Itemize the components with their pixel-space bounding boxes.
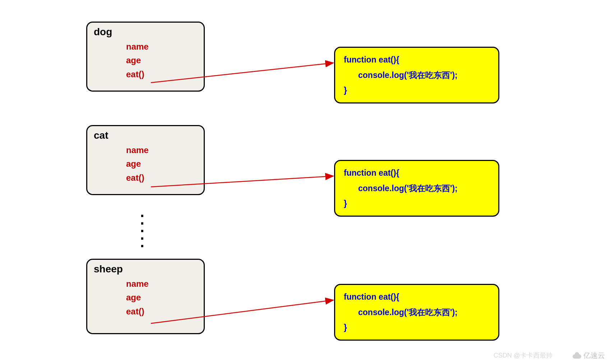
code-line: function eat(){ (344, 52, 490, 68)
object-box-cat: cat name age eat() (86, 125, 205, 195)
object-title: cat (94, 130, 197, 141)
object-props: name age eat() (94, 143, 197, 185)
code-line: console.log('我在吃东西'); (344, 68, 490, 83)
function-box-2: function eat(){ console.log('我在吃东西'); } (334, 160, 499, 217)
prop-age: age (126, 291, 197, 304)
code-line: console.log('我在吃东西'); (344, 305, 490, 320)
function-box-1: function eat(){ console.log('我在吃东西'); } (334, 47, 499, 103)
watermark-yisu-text: 亿速云 (583, 351, 605, 360)
ellipsis-icon: ····· (140, 212, 144, 250)
code-line: function eat(){ (344, 289, 490, 305)
prop-eat: eat() (126, 305, 197, 318)
prop-eat: eat() (126, 68, 197, 81)
object-props: name age eat() (94, 277, 197, 318)
prop-age: age (126, 54, 197, 67)
watermark-csdn: CSDN @卡卡西最帅 (494, 351, 553, 360)
prop-name: name (126, 40, 197, 54)
code-line: } (344, 83, 490, 98)
code-line: console.log('我在吃东西'); (344, 181, 490, 196)
code-line: function eat(){ (344, 165, 490, 181)
watermark-yisu: 亿速云 (573, 351, 605, 360)
object-props: name age eat() (94, 40, 197, 81)
prop-name: name (126, 277, 197, 291)
cloud-icon (573, 353, 581, 359)
object-title: sheep (94, 263, 197, 275)
object-title: dog (94, 26, 197, 38)
code-line: } (344, 196, 490, 211)
function-box-3: function eat(){ console.log('我在吃东西'); } (334, 284, 499, 341)
prop-name: name (126, 143, 197, 157)
code-line: } (344, 320, 490, 335)
object-box-dog: dog name age eat() (86, 22, 205, 92)
object-box-sheep: sheep name age eat() (86, 259, 205, 334)
prop-eat: eat() (126, 171, 197, 185)
prop-age: age (126, 157, 197, 171)
